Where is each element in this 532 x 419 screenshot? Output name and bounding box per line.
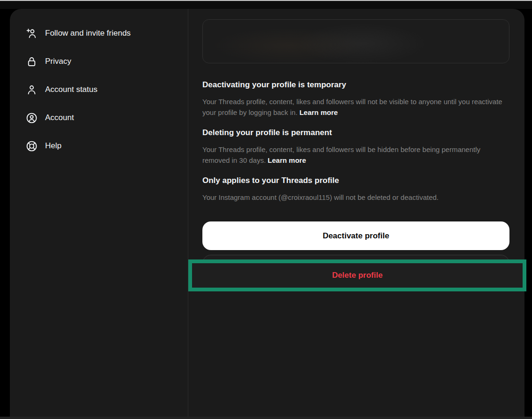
- sidebar-item-account-status[interactable]: Account status: [10, 76, 188, 104]
- delete-profile-button[interactable]: Delete profile: [332, 271, 383, 280]
- user-circle-icon: [25, 112, 38, 124]
- section-body-text: Your Instagram account (@croixraoul115) …: [202, 193, 439, 201]
- sidebar-item-privacy[interactable]: Privacy: [10, 47, 188, 76]
- deactivate-profile-label: Deactivate profile: [323, 231, 389, 241]
- sidebar-item-label: Follow and invite friends: [45, 29, 131, 38]
- annotation-highlight-box: Delete profile: [188, 259, 526, 291]
- section-body-text: Your Threads profile, content, likes and…: [202, 98, 502, 116]
- bottom-edge-strip: [0, 417, 532, 419]
- redacted-profile-card: [202, 19, 509, 63]
- lock-icon: [25, 55, 38, 68]
- sidebar-nav: Follow and invite friends Privacy: [10, 19, 188, 160]
- threads-settings-page: Follow and invite friends Privacy: [0, 0, 532, 419]
- sidebar-item-label: Help: [45, 141, 62, 151]
- deactivate-profile-button[interactable]: Deactivate profile: [202, 221, 509, 250]
- life-ring-icon: [25, 140, 38, 152]
- top-black-strip: [0, 1, 532, 9]
- sidebar-item-label: Privacy: [45, 57, 71, 66]
- section-heading-delete: Deleting your profile is permanent: [202, 128, 509, 137]
- section-heading-only-applies: Only applies to your Threads profile: [202, 176, 509, 185]
- section-body-delete: Your Threads profile, content, likes and…: [202, 144, 509, 166]
- section-body-deactivate: Your Threads profile, content, likes and…: [202, 96, 509, 118]
- user-plus-icon: [25, 27, 38, 40]
- section-body-text: Your Threads profile, content, likes and…: [202, 145, 480, 164]
- section-heading-deactivate: Deactivating your profile is temporary: [202, 80, 509, 90]
- sidebar-item-follow-invite[interactable]: Follow and invite friends: [10, 19, 188, 47]
- section-body-only-applies: Your Instagram account (@croixraoul115) …: [202, 192, 509, 203]
- sidebar-item-label: Account status: [45, 85, 98, 94]
- sidebar-item-account[interactable]: Account: [10, 104, 188, 132]
- learn-more-link[interactable]: Learn more: [300, 108, 338, 116]
- sidebar-item-label: Account: [45, 113, 74, 122]
- sidebar-item-help[interactable]: Help: [10, 132, 188, 160]
- user-icon: [25, 84, 38, 96]
- settings-window: Follow and invite friends Privacy: [10, 9, 524, 419]
- learn-more-link[interactable]: Learn more: [268, 156, 306, 164]
- settings-sidebar: Follow and invite friends Privacy: [10, 9, 188, 419]
- sidebar-divider: [188, 9, 188, 419]
